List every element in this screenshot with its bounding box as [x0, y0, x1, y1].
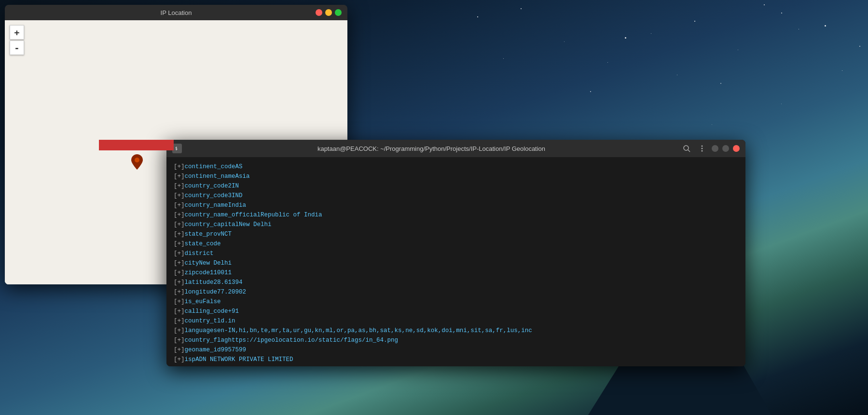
term-bracket: ] [181, 201, 185, 210]
terminal-app-icon: $ [172, 144, 182, 153]
term-plus: + [178, 335, 181, 345]
svg-point-63 [702, 148, 703, 149]
term-plus: + [178, 355, 181, 364]
terminal-search-btn[interactable] [681, 143, 692, 154]
terminal-body: [+] continent_code AS[+] continent_name … [166, 157, 745, 366]
term-key: latitude [185, 278, 214, 287]
term-bracket: ] [181, 162, 185, 172]
term-value: Republic of India [261, 210, 322, 220]
term-plus: + [178, 316, 181, 326]
term-key: geoname_id [185, 345, 221, 355]
terminal-row: [+] zipcode 110011 [174, 268, 738, 278]
term-bracket: ] [181, 355, 185, 364]
term-value: Asia [235, 172, 250, 181]
term-plus: + [178, 210, 181, 220]
term-value: .in [224, 316, 235, 326]
terminal-close-btn[interactable] [733, 145, 740, 152]
map-close-btn[interactable] [316, 9, 322, 16]
term-bracket: ] [181, 210, 185, 220]
term-bracket: ] [181, 181, 185, 191]
term-bracket: [ [174, 191, 178, 201]
terminal-actions [681, 143, 740, 154]
term-plus: + [178, 201, 181, 210]
zoom-in-button[interactable]: + [10, 25, 24, 40]
terminal-row: [+] country_code2 IN [174, 181, 738, 191]
terminal-titlebar: $ kaptaan@PEACOCK: ~/Programming/Python/… [166, 140, 745, 157]
term-value: AS [235, 162, 243, 172]
terminal-row: [+] latitude 28.61394 [174, 278, 738, 287]
zoom-out-button[interactable]: - [10, 40, 24, 55]
term-key: zipcode [185, 268, 210, 278]
term-key: country_tld [185, 316, 225, 326]
map-window-controls [316, 9, 342, 16]
term-bracket: ] [181, 220, 185, 229]
map-titlebar: IP Location [5, 5, 347, 20]
term-plus: + [178, 220, 181, 229]
terminal-circle-2[interactable] [722, 145, 729, 152]
term-value: IND [232, 191, 243, 201]
term-bracket: [ [174, 345, 178, 355]
term-key: country_name [185, 201, 228, 210]
terminal-row: [+] country_name India [174, 201, 738, 210]
terminal-row: [+] country_tld .in [174, 316, 738, 326]
map-minimize-btn[interactable] [325, 9, 332, 16]
term-bracket: ] [181, 249, 185, 258]
term-bracket: [ [174, 220, 178, 229]
term-plus: + [178, 258, 181, 268]
map-location-pin [131, 154, 143, 171]
term-value: 28.61394 [214, 278, 243, 287]
svg-point-60 [684, 146, 689, 150]
map-window-title: IP Location [161, 9, 192, 16]
terminal-window: $ kaptaan@PEACOCK: ~/Programming/Python/… [166, 140, 745, 366]
term-key: country_capital [185, 220, 239, 229]
term-bracket: ] [181, 364, 185, 366]
term-bracket: ] [181, 326, 185, 335]
terminal-row: [+] isp ADN NETWORK PRIVATE LIMITED [174, 355, 738, 364]
term-value: 77.20902 [217, 287, 246, 297]
term-key: continent_code [185, 162, 235, 172]
term-bracket: [ [174, 297, 178, 307]
terminal-row: [+] state_prov NCT [174, 229, 738, 239]
term-bracket: ] [181, 307, 185, 316]
terminal-circle-1[interactable] [712, 145, 718, 152]
term-bracket: [ [174, 364, 178, 366]
term-bracket: ] [181, 268, 185, 278]
term-key: isp [185, 355, 196, 364]
terminal-row: [+] country_code3 IND [174, 191, 738, 201]
term-bracket: ] [181, 316, 185, 326]
term-bracket: [ [174, 172, 178, 181]
term-bracket: [ [174, 335, 178, 345]
map-maximize-btn[interactable] [335, 9, 342, 16]
term-key: longitude [185, 287, 218, 297]
term-bracket: ] [181, 278, 185, 287]
term-bracket: [ [174, 162, 178, 172]
term-value: New Delhi [239, 220, 272, 229]
terminal-row: [+] geoname_id 9957599 [174, 345, 738, 355]
term-value: False [203, 297, 221, 307]
terminal-row: [+] country_capital New Delhi [174, 220, 738, 229]
term-bracket: [ [174, 239, 178, 249]
term-key: district [185, 249, 214, 258]
svg-point-57 [135, 158, 139, 162]
term-plus: + [178, 229, 181, 239]
term-value: New Delhi [199, 258, 232, 268]
term-plus: + [178, 172, 181, 181]
term-bracket: [ [174, 210, 178, 220]
term-value: ADN NETWORK PRIVATE LIMITED [195, 355, 293, 364]
term-value: NCT [221, 229, 232, 239]
term-plus: + [178, 249, 181, 258]
term-value: 9957599 [221, 345, 247, 355]
term-plus: + [178, 287, 181, 297]
svg-point-62 [702, 146, 703, 147]
term-value: India [228, 201, 247, 210]
svg-point-64 [702, 150, 703, 152]
term-key: city [185, 258, 199, 268]
svg-text:$: $ [175, 147, 178, 151]
terminal-menu-btn[interactable] [696, 143, 708, 154]
term-bracket: [ [174, 287, 178, 297]
term-plus: + [178, 278, 181, 287]
term-plus: + [178, 364, 181, 366]
terminal-row: [+] is_eu False [174, 297, 738, 307]
term-key: state_prov [185, 229, 221, 239]
terminal-row: [+] continent_code AS [174, 162, 738, 172]
